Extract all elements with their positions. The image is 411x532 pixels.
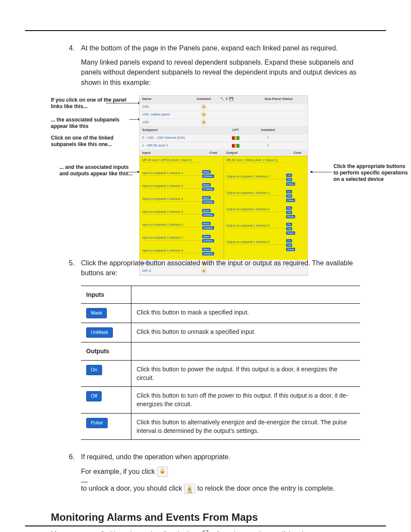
output-item: Output on subpanel 1 Address 3OnOffPulse — [224, 189, 308, 205]
top-rule — [25, 30, 386, 31]
output-item: Output on subpanel 1 Address 4OnOffPulse — [224, 205, 308, 222]
step-4-text-1: At the bottom of the page in the Panels … — [81, 43, 360, 53]
input-label[interactable]: Input on subpanel 1 Address 5 — [142, 209, 200, 215]
pulse-button[interactable]: Pulse — [86, 418, 108, 428]
hdr-installed: Installed — [187, 96, 220, 102]
on-button[interactable]: On — [86, 365, 102, 375]
unmask-button[interactable]: UnMask — [202, 213, 214, 217]
io-box: MR-52 door 1 DPOS (Addr 1 Input 1)Input … — [140, 156, 308, 260]
unmask-button[interactable]: UnMask — [202, 174, 214, 178]
off-button[interactable]: Off — [286, 211, 292, 214]
callout-4: ... and the associated inputs and output… — [59, 164, 133, 177]
step-4: 4. At the bottom of the page in the Pane… — [51, 43, 360, 246]
inputs-section-header: Inputs — [81, 286, 131, 304]
panels-header-row: Name Installed 🔧 ⇩ 💾 Sub-Panel Status — [140, 96, 308, 103]
outputs-header: Output — [224, 150, 287, 156]
example-figure: If you click on one of the panel links l… — [51, 95, 360, 246]
output-item: MR-52 door 1 Strike (Addr 1 Output 1) — [224, 156, 308, 173]
input-label[interactable]: MR-52 door 1 DPOS (Addr 1 Input 1) — [142, 157, 200, 163]
subpanel-header-row: Subpanel LPT Installed — [140, 127, 308, 134]
unmask-button[interactable]: UnMask — [202, 187, 214, 191]
inputs-column: MR-52 door 1 DPOS (Addr 1 Input 1)Input … — [140, 156, 224, 260]
unlock-icon[interactable]: 🔓 — [157, 467, 168, 477]
callout-right: Click the appropriate buttons to perform… — [333, 163, 411, 183]
input-item: Input on subpanel 1 Address 7MaskUnMask — [140, 234, 224, 247]
unmask-button[interactable]: UnMask — [86, 327, 113, 338]
subpanel-row[interactable]: 1 - MR-52 addr 1✓ — [140, 142, 308, 150]
step-5-text: Click the appropriate button associated … — [81, 258, 360, 278]
off-button[interactable]: Off — [286, 194, 292, 198]
unmask-button[interactable]: UnMask — [202, 252, 214, 255]
unmask-button[interactable]: UnMask — [202, 200, 214, 204]
pulse-description: Click this button to alternatively energ… — [131, 413, 361, 440]
check-icon: ✓ — [267, 143, 270, 147]
on-button[interactable]: On — [286, 190, 292, 193]
table-row-outputs-header: Outputs — [81, 342, 360, 360]
inputs-header: Input — [140, 150, 203, 156]
table-row: PulseClick this button to alternatively … — [81, 413, 360, 440]
unmask-button[interactable]: UnMask — [202, 239, 214, 243]
gear-icon — [201, 104, 206, 109]
on-button[interactable]: On — [286, 174, 292, 177]
output-label[interactable]: Output on subpanel 1 Address 6 — [227, 239, 285, 245]
input-item: Input on subpanel 1 Address 3MaskUnMask — [140, 182, 224, 195]
arrow-1 — [106, 103, 140, 103]
mask-button[interactable]: Mask — [202, 235, 211, 238]
outputs-section-header: Outputs — [81, 342, 131, 360]
unmask-button[interactable]: UnMask — [202, 226, 214, 230]
off-description: Click this button to turn off the power … — [131, 387, 361, 414]
on-button[interactable]: On — [286, 239, 292, 243]
input-label[interactable]: Input on subpanel 1 Address 8 — [142, 248, 200, 253]
pulse-button[interactable]: Pulse — [286, 231, 295, 235]
table-row-inputs-header: Inputs — [81, 286, 360, 304]
input-label[interactable]: Input on subpanel 1 Address 2 — [142, 170, 200, 176]
off-button[interactable]: Off — [86, 391, 102, 401]
mask-button[interactable]: Mask — [86, 308, 107, 318]
input-label[interactable]: Input on subpanel 1 Address 6 — [142, 222, 200, 227]
pulse-button[interactable]: Pulse — [286, 199, 295, 202]
callout-2: ... the associated subpanels appear like… — [51, 117, 137, 130]
pulse-button[interactable]: Pulse — [286, 215, 295, 218]
page-number: 17 — [0, 529, 411, 532]
input-label[interactable]: Input on subpanel 1 Address 7 — [142, 235, 200, 240]
panel-row[interactable]: 1SD- mifare panel — [140, 111, 308, 119]
mask-description: Click this button to mask a specified in… — [131, 304, 361, 323]
mask-button[interactable]: Mask — [202, 196, 211, 199]
table-row: MaskClick this button to mask a specifie… — [81, 304, 360, 323]
on-button[interactable]: On — [286, 223, 292, 226]
output-label[interactable]: Output on subpanel 1 Address 5 — [227, 223, 285, 228]
lock-icon[interactable]: 🔒Lock — [184, 484, 195, 494]
mask-button[interactable]: Mask — [202, 209, 211, 212]
output-label[interactable]: Output on subpanel 1 Address 3 — [227, 190, 285, 196]
pulse-button[interactable]: Pulse — [286, 248, 295, 251]
gear-icon — [201, 120, 206, 125]
output-label[interactable]: Output on subpanel 1 Address 2 — [227, 174, 285, 179]
mask-button[interactable]: Mask — [202, 248, 211, 251]
output-label[interactable]: Output on subpanel 1 Address 4 — [227, 206, 285, 212]
table-row: UnMaskClick this button to unmask a spec… — [81, 323, 360, 342]
off-button[interactable]: Off — [286, 178, 292, 181]
input-item: Input on subpanel 1 Address 6MaskUnMask — [140, 221, 224, 234]
arrow-r1 — [310, 172, 332, 172]
on-description: Click this button to power the output. I… — [131, 360, 361, 387]
input-label[interactable]: Input on subpanel 1 Address 4 — [142, 196, 200, 202]
mask-button[interactable]: Mask — [202, 222, 211, 225]
input-label[interactable]: Input on subpanel 1 Address 3 — [142, 183, 200, 189]
panel-row[interactable]: 1SD — [140, 119, 308, 127]
step-6-text-1: If required, undo the operation when app… — [81, 452, 360, 462]
arrow-3 — [127, 172, 140, 172]
mask-button[interactable]: Mask — [202, 170, 211, 174]
off-button[interactable]: Off — [286, 243, 292, 247]
subpanel-row[interactable]: 0 - 1SD - 1SD Internal (IO4)✓ — [140, 134, 308, 142]
outputs-column: MR-52 door 1 Strike (Addr 1 Output 1)Out… — [224, 156, 308, 260]
table-row: OffClick this button to turn off the pow… — [81, 387, 360, 414]
pulse-button[interactable]: Pulse — [286, 182, 295, 186]
off-button[interactable]: Off — [286, 227, 292, 230]
panel-row[interactable]: 1SD — [140, 103, 308, 111]
on-button[interactable]: On — [286, 206, 292, 210]
step-5: 5. Click the appropriate button associat… — [51, 258, 360, 440]
step-5-number: 5. — [69, 258, 75, 268]
mask-button[interactable]: Mask — [202, 183, 211, 187]
output-label[interactable]: MR-52 door 1 Strike (Addr 1 Output 1) — [227, 157, 285, 163]
callout-1: If you click on one of the panel links l… — [51, 97, 137, 110]
